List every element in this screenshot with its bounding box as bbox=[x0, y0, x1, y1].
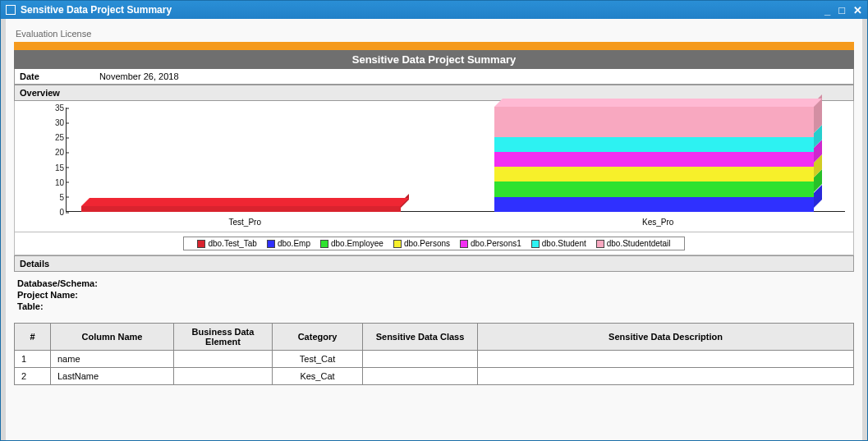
accent-bar bbox=[14, 42, 854, 50]
category-label: Kes_Pro bbox=[494, 218, 822, 227]
minimize-button[interactable]: _ bbox=[824, 4, 830, 16]
legend-item: dbo.Persons1 bbox=[460, 239, 521, 248]
cell-idx: 1 bbox=[15, 351, 51, 368]
bar-segment bbox=[494, 152, 822, 167]
report-window: Sensitive Data Project Summary _ □ ✕ Eva… bbox=[0, 0, 868, 441]
field-db-schema: Database/Schema: bbox=[17, 278, 851, 288]
cell-cat: Kes_Cat bbox=[273, 368, 363, 385]
cell-idx: 2 bbox=[15, 368, 51, 385]
cell-cls bbox=[363, 368, 478, 385]
field-table: Table: bbox=[17, 301, 851, 311]
legend-item: dbo.Persons bbox=[393, 239, 450, 248]
y-tick: 30 bbox=[39, 118, 64, 127]
date-label: Date bbox=[20, 71, 39, 81]
th-desc: Sensitive Data Description bbox=[478, 324, 854, 351]
legend-swatch bbox=[320, 240, 328, 248]
legend-item: dbo.Studentdetail bbox=[596, 239, 671, 248]
details-table: # Column Name Business Data Element Cate… bbox=[14, 323, 854, 385]
y-tick: 20 bbox=[39, 148, 64, 157]
legend-item: dbo.Test_Tab bbox=[197, 239, 257, 248]
window-title: Sensitive Data Project Summary bbox=[21, 4, 824, 16]
cell-bde bbox=[174, 368, 273, 385]
legend-swatch bbox=[531, 240, 540, 248]
chart-y-axis: 0 5 10 15 20 25 30 35 bbox=[39, 108, 64, 212]
window-icon bbox=[6, 5, 16, 15]
legend-swatch bbox=[197, 240, 205, 248]
chart-legend: dbo.Test_Tabdbo.Empdbo.Employeedbo.Perso… bbox=[14, 232, 854, 255]
maximize-button[interactable]: □ bbox=[838, 4, 845, 16]
table-body: 1nameTest_Cat2LastNameKes_Cat bbox=[15, 351, 854, 385]
legend-label: dbo.Persons bbox=[404, 239, 450, 248]
th-cls: Sensitive Data Class bbox=[363, 324, 478, 351]
date-row: Date November 26, 2018 bbox=[14, 69, 854, 85]
license-notice: Evaluation License bbox=[16, 29, 854, 39]
category-label: Test_Pro bbox=[81, 218, 409, 227]
bar-segment bbox=[81, 206, 409, 212]
bar-segment bbox=[494, 107, 822, 137]
legend-label: dbo.Employee bbox=[331, 239, 383, 248]
legend-label: dbo.Emp bbox=[278, 239, 310, 248]
chart-plot-area: Test_ProKes_Pro bbox=[66, 108, 845, 212]
details-header: Details bbox=[14, 255, 854, 272]
table-header-row: # Column Name Business Data Element Cate… bbox=[15, 324, 854, 351]
cell-cat: Test_Cat bbox=[273, 351, 363, 368]
legend-label: dbo.Studentdetail bbox=[607, 239, 671, 248]
report-title-banner: Sensitive Data Project Summary bbox=[14, 50, 854, 69]
chart-legend-inner: dbo.Test_Tabdbo.Empdbo.Employeedbo.Perso… bbox=[183, 237, 684, 250]
cell-col: LastName bbox=[51, 368, 174, 385]
th-cat: Category bbox=[273, 324, 363, 351]
legend-swatch bbox=[460, 240, 468, 248]
y-tick: 25 bbox=[39, 133, 64, 142]
report-body: Evaluation License Sensitive Data Projec… bbox=[1, 19, 867, 440]
cell-desc bbox=[478, 368, 854, 385]
bar-segment bbox=[494, 137, 822, 152]
y-tick: 35 bbox=[39, 103, 64, 113]
overview-chart: 0 5 10 15 20 25 30 35 Test_ProKes_Pro bbox=[14, 101, 854, 232]
legend-swatch bbox=[393, 240, 402, 248]
titlebar[interactable]: Sensitive Data Project Summary _ □ ✕ bbox=[1, 1, 867, 19]
legend-item: dbo.Emp bbox=[267, 239, 310, 248]
th-idx: # bbox=[15, 324, 51, 351]
legend-item: dbo.Student bbox=[531, 239, 586, 248]
legend-label: dbo.Persons1 bbox=[471, 239, 521, 248]
legend-label: dbo.Test_Tab bbox=[208, 239, 257, 248]
close-button[interactable]: ✕ bbox=[853, 4, 862, 16]
bar-segment bbox=[494, 197, 822, 212]
y-tick: 15 bbox=[39, 163, 64, 172]
legend-label: dbo.Student bbox=[542, 239, 586, 248]
cell-desc bbox=[478, 351, 854, 368]
y-tick: 0 bbox=[39, 208, 64, 217]
legend-item: dbo.Employee bbox=[320, 239, 383, 248]
cell-bde bbox=[174, 351, 273, 368]
detail-fields: Database/Schema: Project Name: Table: bbox=[14, 272, 854, 318]
table-row: 2LastNameKes_Cat bbox=[15, 368, 854, 385]
cell-cls bbox=[363, 351, 478, 368]
legend-swatch bbox=[596, 240, 604, 248]
window-controls: _ □ ✕ bbox=[824, 4, 862, 16]
legend-swatch bbox=[267, 240, 275, 248]
th-bde: Business Data Element bbox=[174, 324, 273, 351]
table-row: 1nameTest_Cat bbox=[15, 351, 854, 368]
cell-col: name bbox=[51, 351, 174, 368]
field-project: Project Name: bbox=[17, 290, 851, 300]
y-tick: 10 bbox=[39, 177, 64, 186]
y-tick: 5 bbox=[39, 192, 64, 201]
bar-segment bbox=[494, 181, 822, 196]
th-col: Column Name bbox=[51, 324, 174, 351]
bar-segment bbox=[494, 167, 822, 181]
date-value: November 26, 2018 bbox=[99, 71, 179, 81]
